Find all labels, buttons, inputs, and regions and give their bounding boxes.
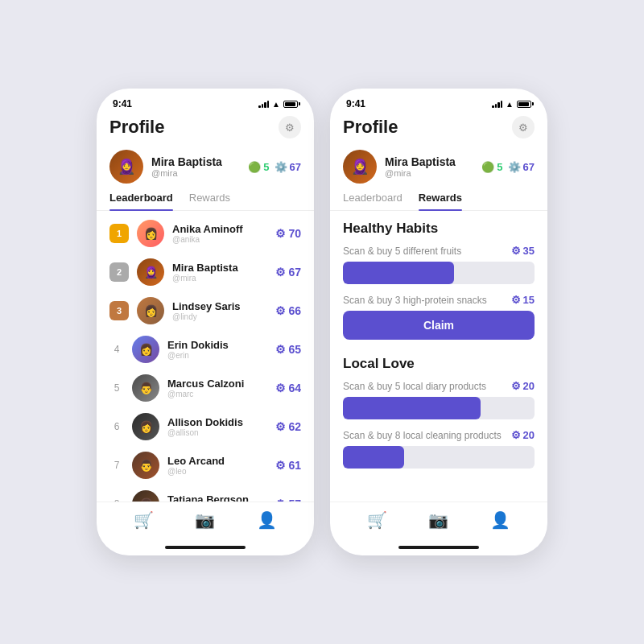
lb-info-2: Mira Baptista @mira xyxy=(172,262,267,283)
reward-row-4: Scan & buy 8 local cleaning products ⚙ 2… xyxy=(343,429,535,441)
pts-gear-4: ⚙ xyxy=(511,429,521,441)
lb-avatar-8: 👩 xyxy=(132,490,159,502)
progress-fill-3 xyxy=(343,397,481,419)
user-name-right: Mira Baptista xyxy=(385,155,473,168)
time-right: 9:41 xyxy=(346,98,365,109)
lb-handle-7: @leo xyxy=(167,467,267,476)
lb-score-7: ⚙61 xyxy=(275,459,301,472)
wifi-icon-right: ▲ xyxy=(506,100,514,109)
lb-score-4: ⚙65 xyxy=(275,343,301,356)
rank-num-4: 4 xyxy=(109,344,124,355)
lb-info-1: Anika Aminoff @anika xyxy=(172,223,267,244)
nav-profile-left[interactable]: 👤 xyxy=(257,510,277,530)
lb-info-3: Lindsey Saris @lindy xyxy=(172,300,267,321)
lb-handle-2: @mira xyxy=(172,274,267,283)
user-stats-left: 🟢 5 ⚙️ 67 xyxy=(248,161,301,173)
rank-num-7: 7 xyxy=(109,460,124,471)
score-gear-4: ⚙ xyxy=(275,343,286,356)
progress-bg-1 xyxy=(343,262,535,284)
settings-button-right[interactable]: ⚙ xyxy=(512,116,535,138)
signal-icon-right xyxy=(492,100,502,108)
tab-rewards-left[interactable]: Rewards xyxy=(189,192,230,210)
tabs-right: Leaderboard Rewards xyxy=(330,192,547,211)
nav-cart-right[interactable]: 🛒 xyxy=(367,510,387,530)
nav-camera-left[interactable]: 📷 xyxy=(195,510,215,530)
lb-score-6: ⚙62 xyxy=(275,420,301,433)
lb-info-5: Marcus Calzoni @marc xyxy=(167,378,267,398)
nav-profile-right[interactable]: 👤 xyxy=(490,510,510,530)
reward-item-4: Scan & buy 8 local cleaning products ⚙ 2… xyxy=(343,429,535,469)
section-title-healthy: Healthy Habits xyxy=(343,221,535,237)
avatar-left: 🧕 xyxy=(109,150,143,184)
time-left: 9:41 xyxy=(113,98,132,109)
rank-badge-3: 3 xyxy=(109,301,129,320)
bottom-nav-right: 🛒 📷 👤 xyxy=(330,502,547,543)
lb-info-7: Leo Arcand @leo xyxy=(167,455,267,476)
page-title-left: Profile xyxy=(109,117,164,138)
reward-row-3: Scan & buy 5 local diary products ⚙ 20 xyxy=(343,380,535,392)
score-gear-1: ⚙ xyxy=(275,227,286,240)
wifi-icon: ▲ xyxy=(272,100,280,109)
progress-bg-4 xyxy=(343,446,535,469)
score-gear-2: ⚙ xyxy=(275,266,286,279)
progress-bg-3 xyxy=(343,397,535,419)
claim-button[interactable]: Claim xyxy=(343,311,535,340)
green-icon: 🟢 xyxy=(248,161,261,173)
settings-button-left[interactable]: ⚙ xyxy=(279,116,301,138)
reward-pts-4: ⚙ 20 xyxy=(511,429,535,441)
score-gear-3: ⚙ xyxy=(275,304,286,317)
lb-avatar-2: 🧕 xyxy=(137,258,164,286)
score-gear-5: ⚙ xyxy=(275,382,286,394)
green-icon-right: 🟢 xyxy=(481,161,494,173)
stat-purple-right: ⚙️ 67 xyxy=(508,161,535,173)
left-phone: 9:41 ▲ Profile ⚙ 🧕 Mira Baptista xyxy=(97,89,314,555)
profile-header-left: Profile ⚙ xyxy=(97,113,314,145)
tab-rewards-right[interactable]: Rewards xyxy=(419,192,462,210)
battery-icon xyxy=(283,101,298,108)
reward-label-2: Scan & buy 3 high-protein snacks xyxy=(343,295,487,306)
home-indicator-right xyxy=(398,546,479,549)
lb-name-1: Anika Aminoff xyxy=(172,223,267,235)
nav-camera-right[interactable]: 📷 xyxy=(428,510,448,530)
reward-pts-3: ⚙ 20 xyxy=(511,380,535,392)
user-info-right: 🧕 Mira Baptista @mira 🟢 5 ⚙️ 67 xyxy=(330,145,547,192)
leaderboard-list: 1 👩 Anika Aminoff @anika ⚙70 2 🧕 Mira Ba… xyxy=(97,211,314,502)
lb-score-2: ⚙67 xyxy=(275,266,301,279)
gear-icon-left: ⚙️ xyxy=(275,161,287,173)
lb-name-8: Tatiana Bergson xyxy=(167,493,267,502)
reward-item-2: Scan & buy 3 high-protein snacks ⚙ 15 Cl… xyxy=(343,294,535,343)
lb-info-4: Erin Dokidis @erin xyxy=(167,339,267,360)
lb-info-8: Tatiana Bergson @tati xyxy=(167,493,267,502)
tab-leaderboard-right[interactable]: Leaderboard xyxy=(343,192,402,210)
lb-row-1: 1 👩 Anika Aminoff @anika ⚙70 xyxy=(97,214,314,253)
lb-handle-1: @anika xyxy=(172,235,267,244)
rank-num-6: 6 xyxy=(109,421,124,432)
user-info-left: 🧕 Mira Baptista @mira 🟢 5 ⚙️ 67 xyxy=(97,145,314,192)
user-handle-left: @mira xyxy=(151,168,240,178)
rank-badge-1: 1 xyxy=(109,224,129,243)
user-handle-right: @mira xyxy=(385,168,473,178)
signal-icon xyxy=(258,100,269,108)
reward-section-local: Local Love Scan & buy 5 local diary prod… xyxy=(343,356,535,469)
page-title-right: Profile xyxy=(343,117,398,138)
progress-fill-4 xyxy=(343,446,404,469)
reward-item-1: Scan & buy 5 different fruits ⚙ 35 xyxy=(343,245,535,284)
bottom-nav-left: 🛒 📷 👤 xyxy=(97,502,314,543)
lb-row-8: 8 👩 Tatiana Bergson @tati ⚙57 xyxy=(97,485,314,502)
status-bar-right: 9:41 ▲ xyxy=(330,89,547,113)
nav-cart-left[interactable]: 🛒 xyxy=(134,510,154,530)
stat-green-right: 🟢 5 xyxy=(481,161,502,173)
lb-row-7: 7 👨 Leo Arcand @leo ⚙61 xyxy=(97,446,314,485)
rank-num-5: 5 xyxy=(109,382,124,394)
reward-label-4: Scan & buy 8 local cleaning products xyxy=(343,430,502,441)
reward-label-3: Scan & buy 5 local diary products xyxy=(343,381,486,392)
lb-row-6: 6 👩 Allison Dokidis @allison ⚙62 xyxy=(97,407,314,446)
tab-leaderboard-left[interactable]: Leaderboard xyxy=(109,192,173,210)
lb-handle-5: @marc xyxy=(167,390,267,398)
pts-gear-3: ⚙ xyxy=(511,380,521,392)
avatar-right: 🧕 xyxy=(343,150,377,184)
lb-avatar-6: 👩 xyxy=(132,413,159,440)
section-title-local: Local Love xyxy=(343,356,535,372)
lb-row-2: 2 🧕 Mira Baptista @mira ⚙67 xyxy=(97,253,314,291)
status-bar-left: 9:41 ▲ xyxy=(97,89,314,113)
